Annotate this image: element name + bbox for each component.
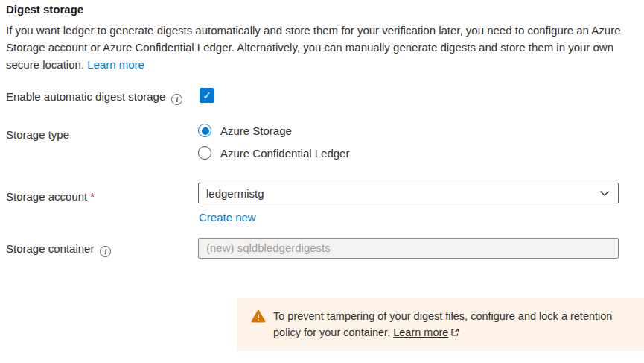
enable-digest-checkbox[interactable]: ✓ bbox=[200, 88, 214, 103]
create-new-link[interactable]: Create new bbox=[199, 211, 256, 224]
storage-container-label-text: Storage container bbox=[6, 242, 94, 255]
radio-button-icon bbox=[198, 124, 211, 137]
chevron-down-icon bbox=[599, 187, 610, 199]
storage-type-label: Storage type bbox=[6, 128, 69, 141]
radio-option-label: Azure Storage bbox=[220, 124, 292, 137]
warning-triangle-icon bbox=[251, 309, 266, 326]
warning-message: To prevent tampering of your digest file… bbox=[273, 308, 632, 341]
storage-account-label-text: Storage account bbox=[6, 190, 87, 203]
radio-button-icon bbox=[198, 146, 211, 160]
storage-account-label: Storage account* bbox=[6, 190, 95, 203]
description-learn-more-link[interactable]: Learn more bbox=[87, 58, 144, 71]
storage-account-value: ledgermistg bbox=[206, 187, 599, 200]
warning-banner: To prevent tampering of your digest file… bbox=[237, 298, 644, 351]
description-text: If you want ledger to generate digests a… bbox=[6, 22, 639, 73]
storage-type-radio-group: Azure Storage Azure Confidential Ledger bbox=[198, 123, 349, 160]
page-title: Digest storage bbox=[6, 3, 83, 16]
enable-digest-label-text: Enable automatic digest storage bbox=[6, 90, 165, 103]
enable-digest-row-label: Enable automatic digest storagei bbox=[6, 90, 182, 105]
checkmark-icon: ✓ bbox=[203, 89, 211, 101]
storage-container-input: (new) sqldbledgerdigests bbox=[198, 238, 619, 259]
info-icon[interactable]: i bbox=[171, 94, 182, 105]
storage-account-dropdown[interactable]: ledgermistg bbox=[198, 183, 619, 203]
radio-option-label: Azure Confidential Ledger bbox=[220, 147, 349, 160]
external-link-icon bbox=[450, 325, 459, 341]
radio-option-azure-confidential-ledger[interactable]: Azure Confidential Ledger bbox=[198, 145, 349, 160]
warning-learn-more-link[interactable]: Learn more bbox=[393, 326, 448, 338]
digest-storage-panel: Digest storage If you want ledger to gen… bbox=[0, 0, 644, 363]
storage-container-label: Storage containeri bbox=[6, 242, 111, 257]
required-asterisk: * bbox=[90, 190, 95, 203]
radio-option-azure-storage[interactable]: Azure Storage bbox=[198, 123, 349, 138]
info-icon[interactable]: i bbox=[100, 246, 111, 257]
